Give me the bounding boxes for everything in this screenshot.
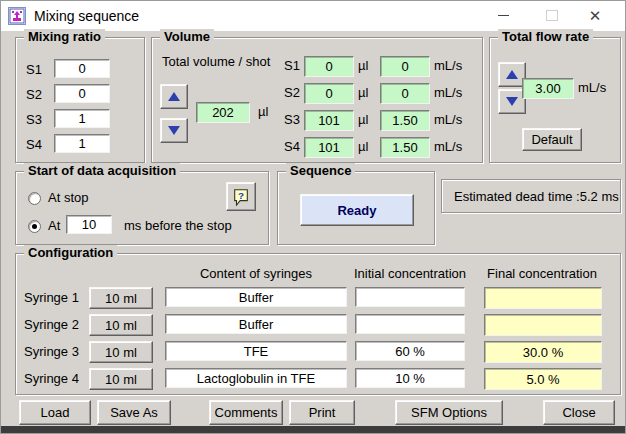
dead-time-panel: Estimated dead time : 5.2 ms: [441, 179, 621, 213]
volume-caption: Volume: [160, 29, 214, 44]
help-button[interactable]: ?: [226, 182, 256, 211]
mixing-ratio-s4-label: S4: [26, 137, 42, 152]
start-acquisition-group: Start of data acquisition At stop ? At m…: [15, 171, 269, 245]
flow-rate-value: 3.00: [522, 78, 574, 99]
ready-button[interactable]: Ready: [300, 194, 414, 226]
volume-s1-unit: µl: [358, 58, 368, 73]
rate-s4-value: 1.50: [380, 137, 430, 158]
at-stop-radio[interactable]: [28, 192, 41, 205]
rate-s2-unit: mL/s: [434, 85, 462, 100]
volume-s2-label: S2: [284, 85, 300, 100]
syringe-4-size-button[interactable]: 10 ml: [89, 368, 153, 390]
syringe-1-label: Syringe 1: [24, 290, 79, 305]
app-icon: [8, 7, 26, 25]
help-icon: ?: [232, 188, 250, 206]
mixing-ratio-group: Mixing ratio S1 S2 S3 S4: [15, 37, 145, 163]
dead-time-value: 5.2 ms: [580, 189, 619, 204]
total-volume-value: 202: [196, 102, 250, 123]
volume-s4-value: 101: [304, 137, 354, 158]
mixing-ratio-s3-input[interactable]: [54, 109, 110, 128]
maximize-button: [536, 1, 568, 30]
mixing-ratio-caption: Mixing ratio: [24, 29, 105, 44]
start-acquisition-caption: Start of data acquisition: [24, 163, 180, 178]
default-button[interactable]: Default: [522, 128, 582, 151]
volume-s3-label: S3: [284, 112, 300, 127]
volume-s4-label: S4: [284, 139, 300, 154]
syringe-2-content-input[interactable]: [165, 314, 347, 334]
syringe-4-label: Syringe 4: [24, 371, 79, 386]
initial-column-header: Initial concentration: [345, 266, 475, 281]
volume-group: Volume Total volume / shot 202 µl S1 0 µ…: [151, 37, 483, 163]
syringe-1-initial-input[interactable]: [355, 287, 465, 307]
mixing-ratio-s3-label: S3: [26, 112, 42, 127]
volume-s3-unit: µl: [358, 112, 368, 127]
rate-s3-value: 1.50: [380, 110, 430, 131]
syringe-4-initial-input[interactable]: [355, 368, 465, 388]
maximize-icon: [546, 10, 558, 21]
total-flow-rate-caption: Total flow rate: [498, 29, 593, 44]
syringe-2-final-value: [484, 314, 602, 336]
at-time-label: At: [48, 218, 60, 233]
comments-button[interactable]: Comments: [209, 400, 283, 425]
configuration-group: Configuration Content of syringes Initia…: [15, 253, 621, 395]
mixing-ratio-s2-input[interactable]: [54, 84, 110, 103]
syringe-2-initial-input[interactable]: [355, 314, 465, 334]
close-button[interactable]: ✕: [579, 1, 611, 30]
volume-s3-value: 101: [304, 110, 354, 131]
total-flow-rate-group: Total flow rate 3.00 mL/s Default: [489, 37, 621, 163]
sequence-group: Sequence Ready: [277, 171, 435, 245]
total-volume-down-button[interactable]: [160, 118, 188, 143]
rate-s2-value: 0: [380, 83, 430, 104]
volume-s4-unit: µl: [358, 139, 368, 154]
at-time-radio[interactable]: [28, 220, 41, 233]
syringe-1-content-input[interactable]: [165, 287, 347, 307]
syringe-3-content-input[interactable]: [165, 341, 347, 361]
up-arrow-icon: [168, 92, 180, 101]
mixing-ratio-s2-label: S2: [26, 87, 42, 102]
volume-s2-value: 0: [304, 83, 354, 104]
mixing-ratio-s1-label: S1: [26, 62, 42, 77]
up-arrow-icon: [506, 70, 518, 79]
total-volume-unit: µl: [258, 104, 268, 119]
minimize-icon: [498, 15, 509, 16]
syringe-2-size-button[interactable]: 10 ml: [89, 314, 153, 336]
content-column-header: Content of syringes: [165, 266, 347, 281]
volume-s1-label: S1: [284, 58, 300, 73]
load-button[interactable]: Load: [19, 400, 91, 425]
syringe-1-final-value: [484, 287, 602, 309]
save-as-button[interactable]: Save As: [97, 400, 171, 425]
window-bottom-edge: [1, 426, 625, 433]
syringe-1-size-button[interactable]: 10 ml: [89, 287, 153, 309]
dead-time-label: Estimated dead time :: [454, 189, 580, 204]
close-dialog-button[interactable]: Close: [543, 400, 615, 425]
print-button[interactable]: Print: [289, 400, 355, 425]
down-arrow-icon: [168, 126, 180, 135]
configuration-caption: Configuration: [24, 245, 117, 260]
rate-s4-unit: mL/s: [434, 139, 462, 154]
volume-s2-unit: µl: [358, 85, 368, 100]
syringe-3-initial-input[interactable]: [355, 341, 465, 361]
syringe-4-content-input[interactable]: [165, 368, 347, 388]
sfm-options-button[interactable]: SFM Options: [395, 400, 503, 425]
total-volume-label: Total volume / shot: [162, 54, 270, 69]
rate-s1-unit: mL/s: [434, 58, 462, 73]
mixing-sequence-window: Mixing sequence ✕ Mixing ratio S1 S2 S3 …: [0, 0, 626, 434]
total-volume-up-button[interactable]: [160, 84, 188, 109]
syringe-3-size-button[interactable]: 10 ml: [89, 341, 153, 363]
at-time-suffix: ms before the stop: [124, 218, 232, 233]
syringe-4-final-value: 5.0 %: [484, 368, 602, 390]
volume-s1-value: 0: [304, 56, 354, 77]
mixing-ratio-s4-input[interactable]: [54, 134, 110, 153]
titlebar: Mixing sequence ✕: [1, 1, 625, 31]
mixing-ratio-s1-input[interactable]: [54, 59, 110, 78]
at-stop-label: At stop: [48, 190, 88, 205]
svg-text:?: ?: [238, 190, 244, 201]
down-arrow-icon: [506, 97, 518, 106]
at-time-input[interactable]: [66, 215, 112, 234]
minimize-button[interactable]: [487, 1, 519, 30]
sequence-caption: Sequence: [286, 163, 355, 178]
syringe-3-final-value: 30.0 %: [484, 341, 602, 363]
final-column-header: Final concentration: [474, 266, 610, 281]
syringe-2-label: Syringe 2: [24, 317, 79, 332]
rate-s3-unit: mL/s: [434, 112, 462, 127]
